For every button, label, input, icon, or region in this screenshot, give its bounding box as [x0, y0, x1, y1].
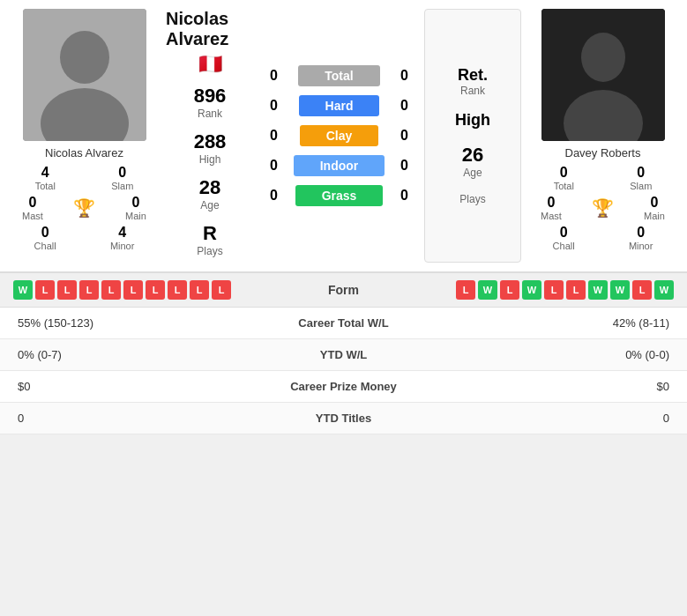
right-stats-row2: 0 Mast 🏆 0 Main [526, 195, 680, 221]
form-section: WLLLLLLLLL Form LWLWLLWWLW [0, 273, 687, 308]
loss-badge: L [168, 280, 187, 300]
career-total-label: Career Total W/L [241, 308, 447, 339]
win-badge: W [654, 280, 674, 300]
left-player-section: Nicolas Alvarez 4 Total 0 Slam 0 Mast 🏆 [7, 9, 161, 263]
right-player-name: Davey Roberts [565, 146, 641, 160]
career-prize-row: $0 Career Prize Money $0 [0, 371, 687, 403]
loss-badge: L [35, 280, 55, 300]
win-badge: W [478, 280, 497, 300]
right-player-section: Davey Roberts 0 Total 0 Slam 0 Mast 🏆 [526, 9, 680, 263]
career-prize-left: $0 [0, 371, 241, 403]
right-player-photo [541, 9, 665, 141]
svg-point-4 [581, 33, 625, 82]
career-prize-right: $0 [446, 371, 687, 403]
career-total-row: 55% (150-123) Career Total W/L 42% (8-11… [0, 308, 687, 339]
main-container: Nicolas Alvarez 4 Total 0 Slam 0 Mast 🏆 [0, 0, 687, 434]
left-name-header: Nicolas Alvarez [166, 9, 254, 49]
loss-badge: L [632, 280, 652, 300]
ytd-titles-right: 0 [446, 403, 687, 434]
svg-point-1 [60, 31, 109, 84]
win-badge: W [13, 280, 33, 300]
trophy-right: 🏆 [592, 197, 614, 219]
indoor-row: 0 Indoor 0 [263, 155, 415, 176]
clay-row: 0 Clay 0 [263, 125, 415, 146]
loss-badge: L [123, 280, 143, 300]
left-age-block: 28 Age [199, 176, 220, 212]
right-stats-row1: 0 Total 0 Slam [526, 165, 680, 191]
right-plays-block: Plays [459, 193, 485, 205]
left-chall: 0 Chall [34, 225, 56, 251]
comparison-section: Nicolas Alvarez 4 Total 0 Slam 0 Mast 🏆 [0, 0, 687, 273]
right-age-block: 26 Age [462, 144, 483, 179]
left-minor: 4 Minor [110, 225, 135, 251]
left-stats-row3: 0 Chall 4 Minor [7, 225, 161, 251]
ytd-wl-right: 0% (0-0) [446, 339, 687, 371]
left-main: 0 Main [125, 195, 146, 221]
left-plays-block: R Plays [197, 222, 222, 257]
ytd-titles-left: 0 [0, 403, 241, 434]
right-form-badges: LWLWLLWWLW [456, 280, 674, 300]
total-row: 0 Total 0 [263, 65, 415, 86]
loss-badge: L [544, 280, 564, 300]
left-slam: 0 Slam [111, 165, 133, 191]
win-badge: W [588, 280, 608, 300]
right-rank-block: Ret. Rank [458, 66, 488, 97]
career-total-left: 55% (150-123) [0, 308, 241, 339]
loss-badge: L [500, 280, 519, 300]
ytd-wl-label: YTD W/L [241, 339, 447, 371]
loss-badge: L [101, 280, 121, 300]
stats-table: 55% (150-123) Career Total W/L 42% (8-11… [0, 308, 687, 434]
left-mast: 0 Mast [22, 195, 43, 221]
right-stats-row3: 0 Chall 0 Minor [526, 225, 680, 251]
loss-badge: L [146, 280, 165, 300]
left-rank-block: 896 Rank [194, 85, 227, 120]
left-total: 4 Total [35, 165, 56, 191]
win-badge: W [522, 280, 541, 300]
left-high-block: 288 High [194, 130, 227, 166]
career-prize-label: Career Prize Money [241, 371, 447, 403]
ytd-titles-label: YTD Titles [241, 403, 447, 434]
loss-badge: L [57, 280, 77, 300]
right-high-block: High [455, 111, 490, 130]
loss-badge: L [566, 280, 586, 300]
right-minor: 0 Minor [629, 225, 653, 251]
left-stats-row1: 4 Total 0 Slam [7, 165, 161, 191]
left-form-badges: WLLLLLLLLL [13, 280, 231, 300]
left-player-name: Nicolas Alvarez [45, 146, 123, 160]
ytd-wl-row: 0% (0-7) YTD W/L 0% (0-0) [0, 339, 687, 371]
left-player-photo [23, 9, 146, 141]
ytd-titles-row: 0 YTD Titles 0 [0, 403, 687, 434]
loss-badge: L [190, 280, 209, 300]
left-stats-row2: 0 Mast 🏆 0 Main [7, 195, 161, 221]
hard-row: 0 Hard 0 [263, 95, 415, 116]
loss-badge: L [212, 280, 231, 300]
right-chall: 0 Chall [553, 225, 575, 251]
loss-badge: L [456, 280, 475, 300]
right-slam: 0 Slam [630, 165, 652, 191]
career-total-right: 42% (8-11) [446, 308, 687, 339]
right-main: 0 Main [644, 195, 665, 221]
right-mast: 0 Mast [541, 195, 562, 221]
right-mid-panel: Ret. Rank High 26 Age Plays [424, 9, 521, 263]
center-surfaces: 0 Total 0 0 Hard 0 0 Clay 0 0 Indoor 0 0 [258, 9, 420, 263]
left-mid-panel: Nicolas Alvarez 🇵🇪 896 Rank 288 High 28 … [161, 9, 258, 263]
right-total: 0 Total [554, 165, 574, 191]
left-flag: 🇵🇪 [198, 53, 222, 76]
ytd-wl-left: 0% (0-7) [0, 339, 241, 371]
trophy-left: 🏆 [73, 197, 95, 219]
grass-row: 0 Grass 0 [263, 185, 415, 206]
form-label: Form [328, 283, 359, 297]
loss-badge: L [79, 280, 99, 300]
win-badge: W [610, 280, 630, 300]
